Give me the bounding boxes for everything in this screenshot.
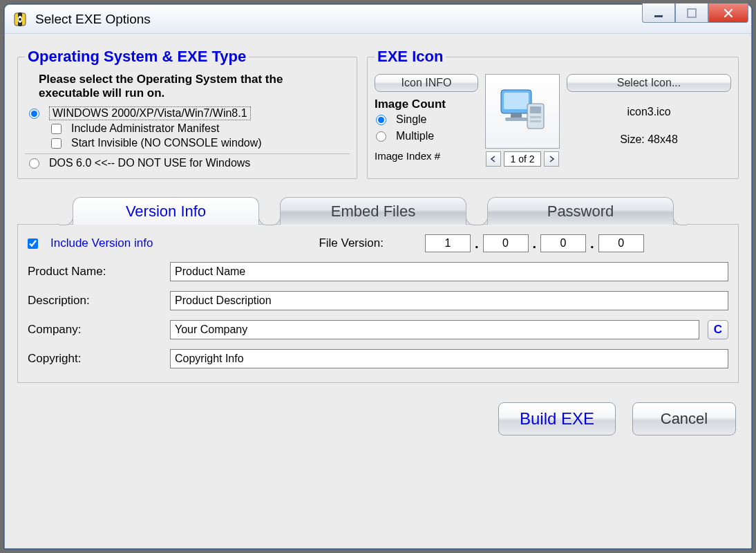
checkbox-start-invisible[interactable] — [51, 138, 62, 149]
image-index-stepper: 1 of 2 — [486, 151, 559, 167]
svg-rect-13 — [530, 120, 541, 122]
icon-info-button[interactable]: Icon INFO — [375, 74, 478, 92]
tab-version-info[interactable]: Version Info — [73, 197, 259, 225]
radio-dos[interactable] — [29, 158, 39, 169]
icon-group-title: EXE Icon — [375, 48, 446, 66]
company-label: Company: — [28, 323, 166, 337]
tab-password[interactable]: Password — [487, 197, 674, 225]
exe-icon-group: EXE Icon Icon INFO Image Count Single Mu… — [367, 48, 739, 179]
image-index-value: 1 of 2 — [504, 151, 541, 167]
image-index-label: Image Index # — [375, 150, 478, 162]
prev-index-button[interactable] — [486, 151, 501, 167]
window-controls — [642, 3, 748, 23]
svg-rect-5 — [688, 9, 696, 17]
image-count-header: Image Count — [375, 97, 478, 111]
divider — [25, 153, 350, 154]
window-title: Select EXE Options — [35, 12, 151, 27]
copyright-field[interactable] — [170, 349, 728, 368]
tab-embed-files[interactable]: Embed Files — [280, 197, 466, 225]
dialog-window: Select EXE Options Operating System & EX… — [4, 4, 752, 549]
cancel-button[interactable]: Cancel — [632, 402, 736, 435]
icon-preview — [485, 74, 560, 149]
copyright-label: Copyright: — [28, 352, 166, 366]
radio-multiple-label[interactable]: Multiple — [396, 130, 434, 142]
include-version-label[interactable]: Include Version info — [50, 236, 153, 250]
tab-strip: Version Info Embed Files Password — [73, 197, 739, 225]
icon-size: Size: 48x48 — [620, 133, 678, 146]
version-major-field[interactable] — [425, 234, 471, 252]
radio-single[interactable] — [376, 115, 386, 125]
titlebar[interactable]: Select EXE Options — [5, 5, 751, 34]
product-name-field[interactable] — [170, 262, 728, 281]
icon-filename: icon3.ico — [627, 106, 670, 118]
maximize-button[interactable] — [675, 3, 708, 23]
svg-rect-4 — [654, 15, 663, 17]
tab-embed-label: Embed Files — [331, 203, 415, 221]
next-index-button[interactable] — [544, 151, 559, 167]
company-field[interactable] — [170, 320, 699, 339]
file-version-label: File Version: — [319, 236, 384, 250]
radio-windows[interactable] — [29, 109, 39, 119]
dialog-buttons: Build EXE Cancel — [17, 402, 739, 435]
version-info-panel: Include Version info File Version: . . .… — [17, 224, 739, 383]
svg-rect-8 — [511, 113, 522, 118]
company-helper-button[interactable]: C — [708, 320, 728, 339]
build-exe-button[interactable]: Build EXE — [498, 402, 616, 435]
radio-dos-label[interactable]: DOS 6.0 <<-- DO NOT USE for Windows — [49, 157, 250, 169]
svg-rect-9 — [505, 118, 527, 121]
minimize-button[interactable] — [642, 3, 675, 23]
file-version-fields: . . . — [425, 234, 644, 252]
svg-rect-7 — [504, 93, 529, 109]
radio-windows-label[interactable]: WINDOWS 2000/XP/Vista/Win7/Win8.1 — [49, 106, 251, 120]
tab-version-label: Version Info — [126, 203, 206, 221]
product-name-label: Product Name: — [28, 265, 166, 279]
os-instruction: Please select the Operating System that … — [25, 71, 350, 104]
description-label: Description: — [28, 294, 166, 308]
version-minor-field[interactable] — [483, 234, 529, 252]
checkbox-admin-label[interactable]: Include Administrator Manifest — [71, 122, 219, 135]
version-rev-field[interactable] — [598, 234, 644, 252]
app-icon — [12, 11, 28, 28]
description-field[interactable] — [170, 291, 728, 310]
close-button[interactable] — [708, 3, 748, 23]
client-area: Operating System & EXE Type Please selec… — [5, 34, 751, 548]
svg-point-3 — [19, 18, 21, 21]
radio-multiple[interactable] — [376, 131, 386, 142]
tab-password-label: Password — [547, 203, 614, 221]
svg-rect-12 — [530, 116, 541, 118]
select-icon-button[interactable]: Select Icon... — [567, 74, 731, 92]
radio-single-label[interactable]: Single — [396, 113, 426, 126]
svg-rect-11 — [530, 106, 541, 113]
checkbox-invisible-label[interactable]: Start Invisible (NO CONSOLE window) — [71, 137, 262, 149]
version-build-field[interactable] — [540, 234, 586, 252]
os-group-title: Operating System & EXE Type — [25, 48, 249, 66]
checkbox-include-version[interactable] — [28, 238, 38, 249]
checkbox-admin-manifest[interactable] — [51, 124, 62, 134]
os-exe-type-group: Operating System & EXE Type Please selec… — [17, 48, 357, 179]
